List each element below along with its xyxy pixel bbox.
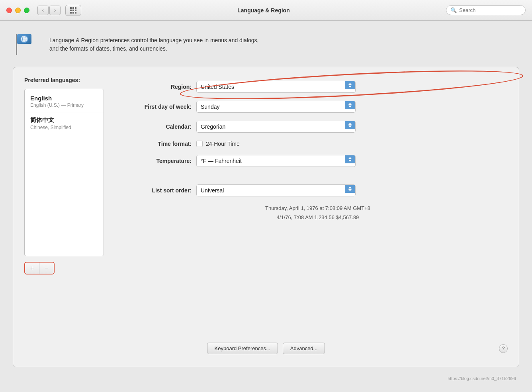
region-label: Region: bbox=[128, 84, 192, 90]
chevron-down-icon bbox=[348, 106, 352, 108]
grid-view-button[interactable] bbox=[65, 5, 81, 16]
list-sort-label: List sort order: bbox=[128, 187, 192, 194]
traffic-lights bbox=[6, 8, 29, 13]
language-subtitle-english: English (U.S.) — Primary bbox=[30, 102, 98, 108]
globe-icon bbox=[13, 30, 41, 59]
region-select[interactable]: United States bbox=[196, 81, 356, 93]
grid-icon bbox=[70, 7, 76, 14]
time-format-label: Time format: bbox=[128, 141, 192, 147]
url-bar: https://blog.csdn.net/m0_37152696 bbox=[13, 375, 519, 382]
language-buttons: + − bbox=[24, 262, 55, 274]
list-sort-value: Universal bbox=[197, 185, 345, 196]
language-name-english: English bbox=[30, 95, 98, 102]
advanced-button[interactable]: Advanced... bbox=[283, 343, 325, 354]
list-sort-row: List sort order: Universal bbox=[128, 180, 508, 200]
language-subtitle-chinese: Chinese, Simplified bbox=[30, 125, 98, 130]
time-format-checkbox-label: 24-Hour Time bbox=[206, 141, 240, 147]
chevron-up-icon bbox=[348, 83, 352, 85]
temperature-select-arrow[interactable] bbox=[345, 155, 355, 163]
nav-buttons: ‹ › bbox=[37, 6, 61, 15]
languages-list: English English (U.S.) — Primary 简体中文 Ch… bbox=[24, 89, 104, 256]
list-item[interactable]: 简体中文 Chinese, Simplified bbox=[25, 112, 104, 134]
maximize-button[interactable] bbox=[24, 8, 29, 13]
chevron-up-icon bbox=[348, 157, 352, 159]
first-day-row: First day of week: Sunday bbox=[128, 97, 508, 117]
content-area: Language & Region preferences control th… bbox=[0, 21, 532, 392]
chevron-down-icon bbox=[348, 86, 352, 88]
settings-section: Region: United States First day of week:… bbox=[128, 77, 508, 336]
add-language-button[interactable]: + bbox=[25, 263, 39, 274]
time-format-row: Time format: 24-Hour Time bbox=[128, 137, 508, 151]
region-select-arrow[interactable] bbox=[345, 81, 355, 89]
remove-language-button[interactable]: − bbox=[39, 263, 54, 274]
forward-button[interactable]: › bbox=[49, 6, 61, 15]
list-item[interactable]: English English (U.S.) — Primary bbox=[25, 91, 104, 112]
languages-label: Preferred languages: bbox=[24, 77, 104, 83]
svg-rect-0 bbox=[16, 34, 17, 55]
time-format-control: 24-Hour Time bbox=[196, 141, 356, 147]
date-preview-line2: 4/1/76, 7:08 AM 1,234.56 $4,567.89 bbox=[128, 213, 508, 222]
search-input[interactable] bbox=[459, 7, 521, 13]
panel-inner: Preferred languages: English English (U.… bbox=[24, 77, 508, 336]
languages-section: Preferred languages: English English (U.… bbox=[24, 77, 104, 336]
date-preview: Thursday, April 1, 1976 at 7:08:09 AM GM… bbox=[128, 204, 508, 222]
close-button[interactable] bbox=[6, 8, 12, 13]
titlebar: ‹ › Language & Region 🔍 bbox=[0, 0, 532, 21]
calendar-label: Calendar: bbox=[128, 123, 192, 130]
time-format-checkbox[interactable] bbox=[196, 141, 203, 147]
first-day-select-arrow[interactable] bbox=[345, 101, 355, 109]
header-info: Language & Region preferences control th… bbox=[13, 30, 519, 59]
first-day-value: Sunday bbox=[197, 101, 345, 112]
date-preview-line1: Thursday, April 1, 1976 at 7:08:09 AM GM… bbox=[128, 204, 508, 213]
back-button[interactable]: ‹ bbox=[37, 6, 49, 15]
chevron-down-icon bbox=[348, 160, 352, 162]
region-row: Region: United States bbox=[128, 77, 508, 97]
chevron-up-icon bbox=[348, 186, 352, 188]
temperature-label: Temperature: bbox=[128, 158, 192, 164]
header-description: Language & Region preferences control th… bbox=[49, 36, 258, 53]
region-value: United States bbox=[197, 81, 345, 92]
language-name-chinese: 简体中文 bbox=[30, 116, 98, 124]
calendar-select[interactable]: Gregorian bbox=[196, 121, 356, 133]
search-icon: 🔍 bbox=[450, 7, 457, 13]
first-day-label: First day of week: bbox=[128, 104, 192, 110]
calendar-row: Calendar: Gregorian bbox=[128, 117, 508, 137]
list-sort-select[interactable]: Universal bbox=[196, 184, 356, 196]
bottom-buttons: Keyboard Preferences... Advanced... ? bbox=[24, 336, 508, 357]
list-sort-select-arrow[interactable] bbox=[345, 185, 355, 193]
calendar-value: Gregorian bbox=[197, 121, 345, 132]
temperature-row: Temperature: °F — Fahrenheit bbox=[128, 151, 508, 171]
search-box[interactable]: 🔍 bbox=[446, 5, 526, 15]
chevron-up-icon bbox=[348, 103, 352, 105]
window-title: Language & Region bbox=[86, 7, 441, 14]
keyboard-prefs-button[interactable]: Keyboard Preferences... bbox=[207, 343, 278, 354]
temperature-value: °F — Fahrenheit bbox=[197, 155, 345, 167]
temperature-select[interactable]: °F — Fahrenheit bbox=[196, 155, 356, 167]
chevron-down-icon bbox=[348, 189, 352, 191]
help-button[interactable]: ? bbox=[499, 344, 508, 353]
first-day-select[interactable]: Sunday bbox=[196, 101, 356, 113]
main-panel: Preferred languages: English English (U.… bbox=[13, 67, 519, 367]
chevron-up-icon bbox=[348, 123, 352, 125]
calendar-select-arrow[interactable] bbox=[345, 121, 355, 129]
minimize-button[interactable] bbox=[15, 8, 21, 13]
chevron-down-icon bbox=[348, 125, 352, 127]
